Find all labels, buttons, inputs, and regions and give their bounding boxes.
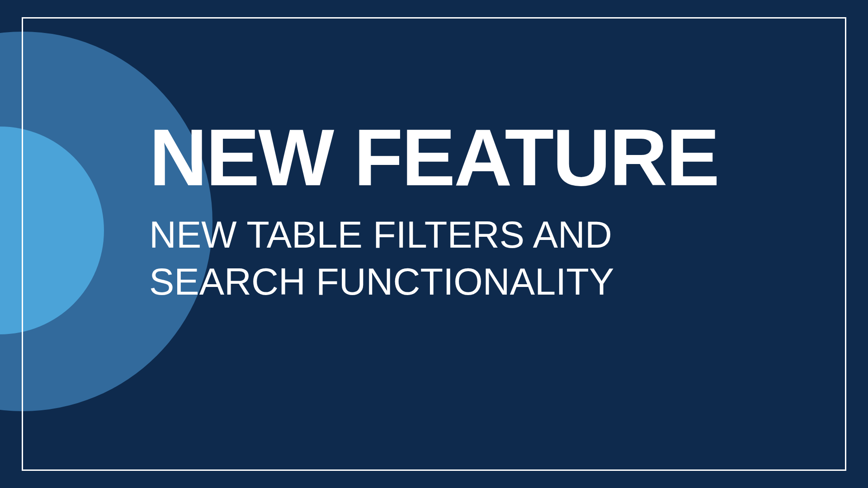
banner-content: NEW FEATURE NEW TABLE FILTERS AND SEARCH… — [149, 117, 718, 305]
banner-heading: NEW FEATURE — [149, 117, 718, 198]
subheading-line-2: SEARCH FUNCTIONALITY — [149, 258, 718, 305]
subheading-line-1: NEW TABLE FILTERS AND — [149, 211, 718, 258]
banner-subheading: NEW TABLE FILTERS AND SEARCH FUNCTIONALI… — [149, 211, 718, 305]
